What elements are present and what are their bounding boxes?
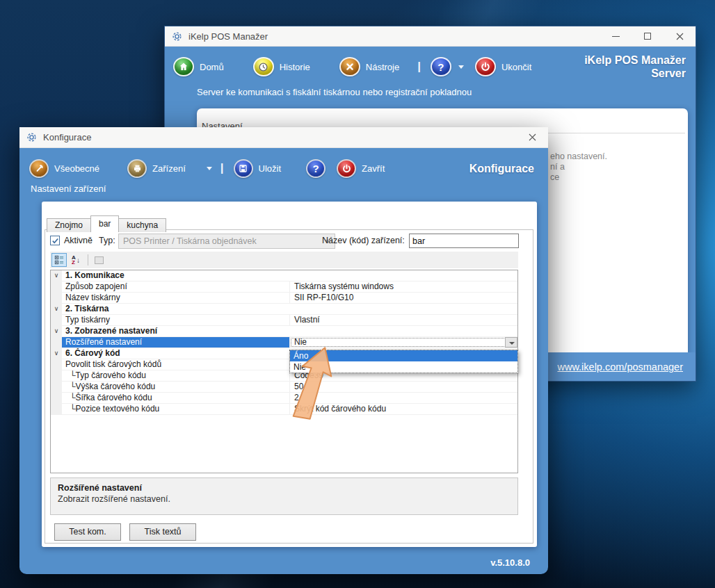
config-window-title: Konfigurace	[43, 132, 91, 142]
category-collapse-icon[interactable]: ∨	[51, 326, 62, 336]
toolbar-separator: |	[220, 161, 224, 175]
power-icon	[337, 159, 356, 178]
devices-caret-icon[interactable]	[207, 167, 212, 170]
alphabetical-sort-button[interactable]: A Z ↓	[68, 253, 83, 267]
close-icon	[676, 33, 684, 40]
device-tabs: Znojmobarkuchyna	[47, 213, 166, 232]
help-icon: ?	[431, 57, 451, 76]
config-gear-icon	[26, 131, 38, 143]
toolbar-separator: |	[417, 60, 421, 74]
truncated-text-lines: eho nastavení. ní a ce	[550, 152, 607, 183]
app-brand: iKelp POS Manažer Server	[584, 54, 686, 80]
desktop: { "colors": { "toolbar_blue": "#548fca",…	[0, 0, 715, 588]
property-value: 2	[290, 393, 517, 403]
property-row[interactable]: Způsob zapojeníTiskárna systému windows	[51, 281, 517, 293]
maximize-icon	[644, 33, 651, 40]
property-row[interactable]: Rozšířené nastaveníNie	[51, 337, 517, 348]
maximize-button[interactable]	[632, 26, 664, 46]
property-row[interactable]: Typ tiskárnyVlastní	[51, 315, 517, 326]
minimize-icon	[612, 36, 620, 37]
device-name-input[interactable]	[409, 234, 519, 248]
property-name: Název tiskárny	[62, 293, 290, 303]
device-type-select: POS Printer / Tiskárna objednávek	[118, 234, 335, 249]
categorized-view-button[interactable]	[51, 253, 67, 267]
help-caret-icon[interactable]	[458, 65, 464, 69]
property-name: 6. Čárový kód	[62, 348, 290, 359]
tools-wrench-icon	[339, 57, 360, 76]
property-row[interactable]: └Šířka čárového kódu2	[51, 393, 517, 404]
property-row[interactable]: └Výška čárového kódu50	[51, 382, 517, 393]
property-category-row[interactable]: ∨2. Tiskárna	[51, 304, 517, 315]
property-name: └Pozice textového kódu	[62, 404, 290, 414]
save-button[interactable]: Uložit	[234, 159, 282, 178]
active-label: Aktivně	[64, 236, 93, 245]
dropdown-option-Nie[interactable]: Nie	[290, 361, 517, 373]
description-text: Zobrazit rozšířené nastavení.	[58, 494, 511, 504]
main-titlebar[interactable]: iKelp POS Manažer	[165, 26, 696, 47]
config-brand: Konfigurace	[469, 162, 534, 175]
category-collapse-icon[interactable]: ∨	[51, 304, 62, 314]
value-combo-button[interactable]	[505, 337, 517, 348]
save-floppy-icon	[234, 159, 253, 178]
close-icon	[529, 133, 536, 141]
config-content-panel: Znojmobarkuchyna Aktivně Typ: POS Printe…	[42, 202, 537, 547]
close-config-button[interactable]: Zavřít	[337, 159, 385, 178]
category-collapse-icon[interactable]: ∨	[51, 348, 62, 359]
website-link[interactable]: www.ikelp.com/posmanager	[557, 361, 683, 373]
property-row[interactable]: Název tiskárnySII RP-F10/G10	[51, 293, 517, 304]
property-value: Nie	[290, 337, 517, 348]
test-communication-button[interactable]: Test kom.	[54, 523, 121, 541]
property-value: Tiskárna systému windows	[290, 281, 517, 292]
power-icon	[475, 57, 496, 76]
config-subtitle: Nastavení zařízení	[31, 183, 106, 194]
property-value: SII RP-F10/G10	[290, 293, 517, 303]
property-category-row[interactable]: ∨1. Komunikace	[51, 270, 517, 281]
row-gutter	[51, 382, 62, 392]
value-dropdown-list: ÁnoNie	[289, 350, 518, 373]
property-name: 2. Tiskárna	[62, 304, 290, 314]
config-window: Konfigurace Všeobecné Zařízení |	[19, 127, 548, 574]
minimize-button[interactable]	[600, 26, 632, 46]
type-label: Typ:	[99, 236, 115, 245]
version-label: v.5.10.8.0	[490, 557, 530, 568]
property-name: Povolit tisk čárových kódů	[62, 359, 290, 370]
close-button[interactable]	[664, 26, 696, 46]
property-row[interactable]: └Pozice textového kóduSkrýt kód čárového…	[51, 404, 517, 415]
tools-label: Nástroje	[366, 62, 399, 72]
tab-Znojmo[interactable]: Znojmo	[47, 218, 91, 232]
print-texts-button[interactable]: Tisk textů	[129, 523, 196, 541]
tab-bar[interactable]: bar	[90, 215, 119, 232]
property-pages-button-disabled	[91, 253, 106, 267]
help-button[interactable]: ?	[431, 57, 451, 76]
tab-kuchyna[interactable]: kuchyna	[118, 218, 166, 232]
devices-button[interactable]: Zařízení	[127, 159, 186, 178]
tools-button[interactable]: Nástroje	[339, 57, 399, 76]
config-titlebar[interactable]: Konfigurace	[19, 127, 548, 148]
home-button[interactable]: Domů	[173, 57, 224, 76]
property-name: 1. Komunikace	[62, 270, 290, 281]
history-button[interactable]: Historie	[253, 57, 310, 76]
devices-label: Zařízení	[152, 163, 186, 174]
history-label: Historie	[280, 62, 310, 72]
toolbar-divider	[88, 254, 88, 266]
property-value: Vlastní	[290, 315, 517, 325]
config-help-button[interactable]: ?	[306, 159, 326, 178]
category-collapse-icon[interactable]: ∨	[51, 270, 62, 281]
property-value	[290, 270, 517, 281]
property-name: 3. Zobrazené nastavení	[62, 326, 290, 336]
active-checkbox[interactable]	[50, 236, 60, 245]
dropdown-option-Áno[interactable]: Áno	[290, 350, 517, 361]
home-icon	[173, 57, 194, 76]
az-sort-icon: A Z	[72, 255, 76, 265]
categorized-icon	[54, 255, 64, 265]
description-title: Rozšířené nastavení	[58, 483, 511, 493]
property-name: Způsob zapojení	[62, 281, 290, 292]
property-name: └Typ čárového kódu	[62, 370, 290, 381]
general-button[interactable]: Všeobecné	[29, 159, 99, 178]
property-category-row[interactable]: ∨3. Zobrazené nastavení	[51, 326, 517, 337]
save-label: Uložit	[259, 163, 282, 174]
config-close-button[interactable]	[516, 127, 548, 147]
property-name: └Šířka čárového kódu	[62, 393, 290, 403]
property-name: └Výška čárového kódu	[62, 382, 290, 392]
exit-button[interactable]: Ukončit	[475, 57, 531, 76]
